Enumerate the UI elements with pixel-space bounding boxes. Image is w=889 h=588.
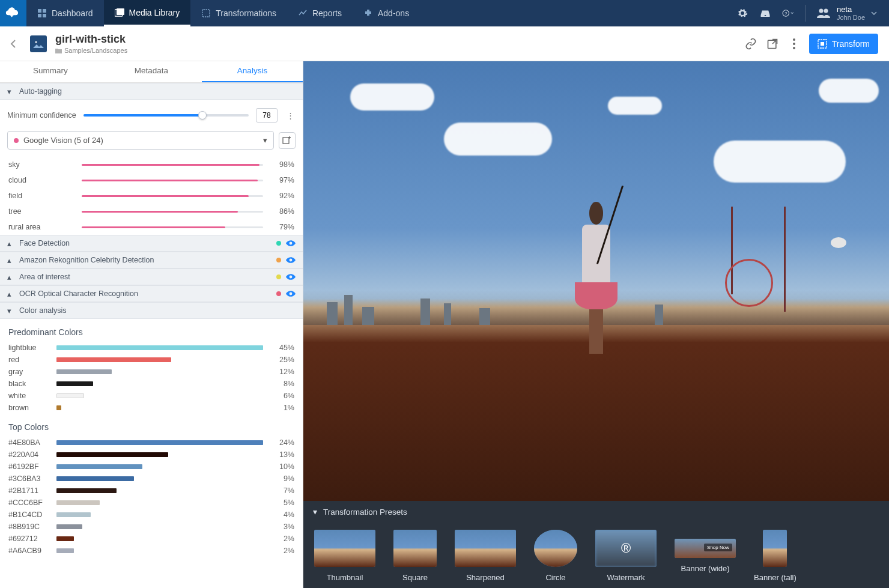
transform-icon	[818, 39, 827, 49]
color-bar	[56, 524, 263, 529]
provider-dot	[14, 138, 19, 143]
tab-summary[interactable]: Summary	[0, 61, 101, 82]
preset-label: Sharpened	[466, 573, 505, 582]
preset-item[interactable]: Circle	[534, 530, 577, 582]
presets-header[interactable]: ▾ Transformation Presets	[303, 501, 889, 523]
color-row: #2B1711 7%	[0, 485, 303, 497]
tag-provider-select[interactable]: Google Vision (5 of 24) ▾	[7, 131, 274, 150]
tab-metadata[interactable]: Metadata	[101, 61, 202, 82]
preset-item[interactable]: Sharpened	[455, 530, 516, 582]
section-face-detection[interactable]: ▴ Face Detection	[0, 235, 303, 252]
svg-rect-18	[821, 42, 824, 46]
preset-item[interactable]: ® Watermark	[595, 530, 657, 582]
chevron-down-icon: ▾	[7, 307, 14, 314]
preset-item[interactable]: Banner (tall)	[754, 530, 796, 582]
color-row: white 6%	[0, 390, 303, 402]
preset-item[interactable]: Shop Now Banner (wide)	[675, 530, 736, 582]
tag-row: cloud 97%	[0, 172, 303, 188]
preset-thumb	[455, 530, 516, 567]
color-row: #6192BF 10%	[0, 461, 303, 473]
color-label: #B1C4CD	[8, 511, 49, 519]
tag-bar	[82, 195, 263, 197]
top-nav: Dashboard Media Library Transformations …	[0, 0, 889, 26]
user-sub: John Doe	[837, 14, 865, 21]
image-viewer[interactable]	[303, 61, 889, 501]
tag-bar	[82, 211, 263, 213]
tag-label: field	[8, 192, 74, 200]
folder-icon	[55, 48, 62, 53]
color-pct: 45%	[270, 344, 294, 352]
tag-row: sky 98%	[0, 157, 303, 172]
nav-dashboard[interactable]: Dashboard	[26, 0, 104, 26]
color-label: #3C6BA3	[8, 474, 49, 483]
confidence-slider[interactable]	[83, 114, 249, 117]
link-icon[interactable]	[744, 37, 757, 50]
nav-label: Transformations	[216, 8, 276, 18]
reports-icon	[298, 8, 308, 18]
tab-analysis[interactable]: Analysis	[202, 61, 303, 82]
section-ocr[interactable]: ▴ OCR Optical Character Recognition	[0, 285, 303, 302]
color-label: #692712	[8, 535, 49, 543]
chevron-down-icon: ▾	[263, 136, 267, 145]
nav-media-library[interactable]: Media Library	[104, 0, 191, 26]
tag-label: tree	[8, 207, 74, 216]
confidence-label: Minimum confidence	[7, 111, 76, 120]
asset-header: girl-with-stick Samples/Landscapes Trans…	[0, 26, 889, 61]
main-image	[303, 61, 889, 501]
back-button[interactable]	[6, 36, 22, 52]
svg-point-14	[793, 38, 795, 41]
settings-icon[interactable]	[736, 7, 748, 19]
inbox-icon[interactable]	[759, 7, 771, 19]
status-dot	[276, 241, 281, 246]
help-icon[interactable]: ?	[782, 7, 794, 19]
section-auto-tagging[interactable]: ▾ Auto-tagging	[0, 83, 303, 100]
color-label: brown	[8, 404, 49, 412]
open-external-icon[interactable]	[766, 37, 779, 50]
brand-logo[interactable]	[0, 0, 26, 26]
section-area-of-interest[interactable]: ▴ Area of interest	[0, 268, 303, 285]
visibility-icon[interactable]	[286, 290, 296, 297]
tag-row: field 92%	[0, 188, 303, 204]
preset-label: Banner (wide)	[681, 564, 730, 573]
asset-type-icon	[30, 35, 47, 52]
section-color-analysis[interactable]: ▾ Color analysis	[0, 302, 303, 319]
color-bar	[56, 345, 263, 350]
top-colors-title: Top Colors	[0, 414, 303, 437]
preset-item[interactable]: Thumbnail	[314, 530, 375, 582]
section-celebrity-detection[interactable]: ▴ Amazon Rekognition Celebrity Detection	[0, 252, 303, 268]
preset-thumb	[763, 530, 787, 567]
color-label: #8B919C	[8, 523, 49, 531]
transform-button[interactable]: Transform	[809, 34, 878, 54]
confidence-input[interactable]	[256, 108, 278, 123]
users-icon	[816, 8, 831, 19]
media-library-icon	[115, 8, 124, 17]
user-menu[interactable]: neta John Doe	[816, 5, 877, 21]
visibility-icon[interactable]	[286, 240, 296, 247]
tag-bar	[82, 180, 263, 181]
color-row: gray 12%	[0, 366, 303, 378]
color-pct: 10%	[270, 462, 294, 471]
asset-breadcrumb[interactable]: Samples/Landscapes	[55, 47, 127, 54]
color-row: lightblue 45%	[0, 342, 303, 354]
visibility-icon[interactable]	[286, 273, 296, 280]
preset-label: Square	[402, 573, 428, 582]
add-provider-button[interactable]	[279, 132, 296, 149]
visibility-icon[interactable]	[286, 256, 296, 264]
color-bar	[56, 405, 263, 410]
preset-item[interactable]: Square	[393, 530, 437, 582]
more-options-icon[interactable]	[787, 37, 801, 50]
tag-label: rural area	[8, 223, 74, 231]
color-bar	[56, 357, 263, 362]
nav-transformations[interactable]: Transformations	[190, 0, 287, 26]
preset-thumb: ®	[595, 530, 657, 567]
svg-point-12	[35, 41, 37, 43]
color-row: brown 1%	[0, 402, 303, 414]
tag-pct: 92%	[270, 192, 294, 200]
nav-reports[interactable]: Reports	[287, 0, 353, 26]
color-pct: 24%	[270, 438, 294, 447]
tag-bar	[82, 226, 263, 228]
color-label: #CCC6BF	[8, 499, 49, 507]
nav-addons[interactable]: Add-ons	[353, 0, 420, 26]
confidence-menu-icon[interactable]: ⋮	[285, 111, 296, 120]
dashboard-icon	[37, 8, 47, 18]
